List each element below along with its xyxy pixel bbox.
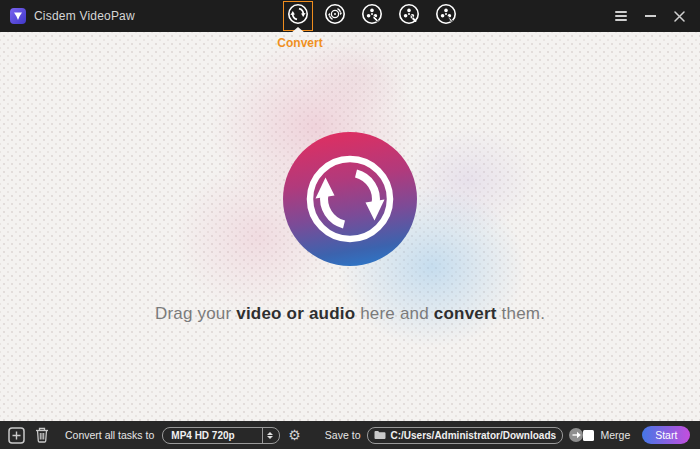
disc-arrows-icon: [323, 2, 347, 30]
folder-icon: [374, 430, 386, 440]
delete-trash-button[interactable]: [35, 427, 49, 443]
app-window: Cisdem VideoPaw: [0, 0, 700, 449]
active-tab-label: Convert: [276, 36, 324, 50]
film-reel-tools-icon: [397, 2, 421, 30]
bottom-bar: Convert all tasks to MP4 HD 720p ⚙ Save …: [0, 421, 700, 449]
drop-zone[interactable]: Drag your video or audio here and conver…: [0, 32, 700, 421]
drop-hint-part2: here and: [355, 304, 434, 323]
add-file-button[interactable]: [8, 427, 25, 444]
tab-more[interactable]: [431, 1, 461, 31]
film-reel-edit-icon: [360, 2, 384, 30]
drop-hint-bold1: video or audio: [236, 304, 355, 323]
drop-hint-part1: Drag your: [155, 304, 236, 323]
tab-toolbox[interactable]: [394, 1, 424, 31]
convert-arrows-icon: [286, 2, 310, 30]
save-path-value: C:/Users/Administrator/Downloads/New fol…: [390, 430, 556, 441]
film-reel-pen-icon: [434, 2, 458, 30]
minimize-icon[interactable]: [643, 9, 657, 23]
convert-all-label: Convert all tasks to: [65, 429, 154, 441]
toolbar-tabs: [283, 1, 461, 31]
tab-edit[interactable]: [357, 1, 387, 31]
app-logo-icon: [10, 8, 26, 24]
menu-icon[interactable]: [614, 9, 628, 23]
window-controls: [614, 0, 686, 32]
merge-checkbox[interactable]: [583, 430, 594, 441]
save-path-field[interactable]: C:/Users/Administrator/Downloads/New fol…: [367, 427, 563, 444]
merge-toggle[interactable]: Merge: [583, 429, 630, 441]
convert-badge-icon: [283, 132, 417, 266]
drop-hint-bold2: convert: [434, 304, 497, 323]
save-to-label: Save to: [325, 429, 361, 441]
window-title: Cisdem VideoPaw: [34, 9, 135, 23]
stepper-arrows-icon: [262, 428, 277, 443]
drop-hint-text: Drag your video or audio here and conver…: [0, 304, 700, 324]
active-tab-notch: [291, 27, 305, 33]
close-icon[interactable]: [672, 9, 686, 23]
title-bar: Cisdem VideoPaw: [0, 0, 700, 32]
start-button[interactable]: Start: [642, 426, 690, 444]
tab-rip[interactable]: [320, 1, 350, 31]
open-folder-arrow-button[interactable]: [569, 428, 583, 442]
format-select[interactable]: MP4 HD 720p: [162, 427, 280, 444]
gear-icon[interactable]: ⚙: [288, 428, 301, 442]
drop-hint-part3: them.: [497, 304, 545, 323]
app-identity: Cisdem VideoPaw: [0, 8, 135, 24]
merge-label: Merge: [600, 429, 630, 441]
format-value: MP4 HD 720p: [171, 430, 262, 441]
